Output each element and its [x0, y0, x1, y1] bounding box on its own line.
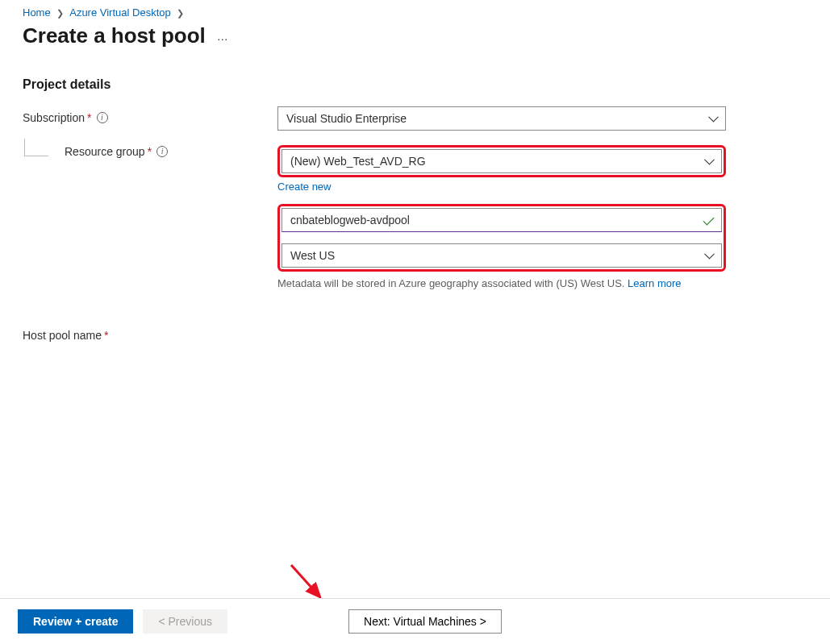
subscription-dropdown[interactable]: Visual Studio Enterprise: [277, 106, 726, 131]
resource-group-dropdown[interactable]: (New) Web_Test_AVD_RG: [282, 149, 722, 173]
location-helper: Metadata will be stored in Azure geograp…: [277, 276, 726, 292]
required-star: *: [87, 111, 91, 124]
next-button[interactable]: Next: Virtual Machines >: [348, 609, 502, 634]
breadcrumb: Home ❯ Azure Virtual Desktop ❯: [23, 6, 807, 19]
host-pool-name-input[interactable]: cnbateblogweb-avdpool: [282, 208, 722, 232]
info-icon[interactable]: i: [156, 146, 168, 157]
required-star: *: [104, 329, 108, 342]
wizard-footer: Review + create < Previous Next: Virtual…: [0, 598, 830, 644]
chevron-right-icon: ❯: [173, 8, 187, 18]
highlight-resource-group: (New) Web_Test_AVD_RG: [277, 145, 726, 177]
tree-line-icon: [24, 139, 48, 156]
label-host-pool-name: Host pool name: [23, 329, 102, 342]
label-resource-group: Resource group: [65, 145, 145, 158]
info-icon[interactable]: i: [97, 112, 108, 123]
host-pool-name-value: cnbateblogweb-avdpool: [290, 214, 410, 226]
label-subscription: Subscription: [23, 111, 85, 124]
more-icon[interactable]: …: [217, 30, 230, 43]
required-star: *: [148, 145, 152, 158]
learn-more-link[interactable]: Learn more: [628, 277, 681, 289]
section-project-details: Project details: [23, 77, 807, 92]
breadcrumb-home[interactable]: Home: [23, 6, 51, 19]
review-create-button[interactable]: Review + create: [18, 609, 133, 634]
create-new-link[interactable]: Create new: [277, 181, 331, 193]
location-value: West US: [290, 249, 335, 262]
location-dropdown[interactable]: West US: [282, 243, 722, 268]
page-title: Create a host pool: [23, 23, 206, 48]
chevron-right-icon: ❯: [53, 8, 67, 18]
subscription-value: Visual Studio Enterprise: [286, 112, 407, 125]
resource-group-value: (New) Web_Test_AVD_RG: [290, 155, 426, 168]
highlight-name-location: cnbateblogweb-avdpool West US: [277, 204, 726, 272]
breadcrumb-avd[interactable]: Azure Virtual Desktop: [69, 6, 171, 19]
previous-button[interactable]: < Previous: [143, 609, 227, 634]
